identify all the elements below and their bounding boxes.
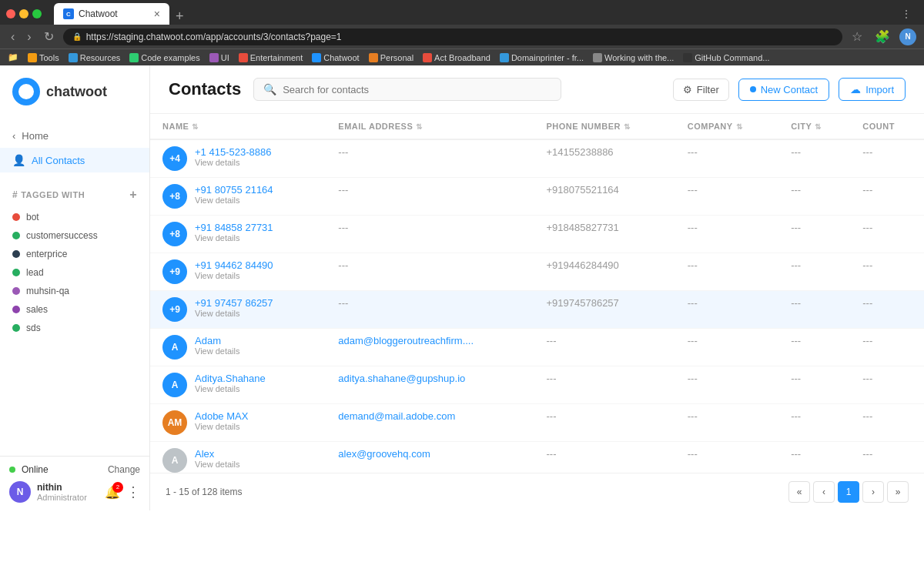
- contact-phone-cell: +14155238886: [534, 139, 675, 178]
- contact-email: ---: [338, 222, 348, 233]
- contact-count-cell: ---: [850, 253, 924, 291]
- section-header: # Tagged with +: [12, 188, 137, 202]
- forward-button[interactable]: ›: [24, 28, 34, 45]
- tag-item-muhsin-qa[interactable]: muhsin-qa: [0, 282, 149, 300]
- contact-city-cell: ---: [778, 329, 850, 366]
- bookmark-personal[interactable]: Personal: [369, 53, 413, 62]
- contact-city-cell: ---: [778, 139, 850, 178]
- bookmark-working[interactable]: Working with the...: [593, 53, 674, 62]
- view-details-link[interactable]: View details: [195, 346, 240, 356]
- sidebar-item-all-contacts[interactable]: 👤 All Contacts: [0, 148, 149, 172]
- contact-name[interactable]: Adobe MAX: [195, 410, 248, 422]
- first-page-btn[interactable]: «: [788, 481, 810, 503]
- page-controls: « ‹ 1 › »: [788, 481, 909, 503]
- contact-company: ---: [688, 335, 698, 346]
- sort-icon[interactable]: ⇅: [624, 122, 631, 131]
- next-page-btn[interactable]: ›: [862, 481, 884, 503]
- contact-name[interactable]: Alex: [195, 448, 240, 460]
- sort-icon[interactable]: ⇅: [815, 122, 822, 131]
- bookmark-chatwoot[interactable]: Chatwoot: [312, 53, 359, 62]
- contact-email[interactable]: alex@groovehq.com: [338, 448, 430, 460]
- contact-name[interactable]: +91 94462 84490: [195, 259, 273, 271]
- profile-btn[interactable]: N: [899, 28, 916, 45]
- minimize-dot[interactable]: [19, 9, 28, 18]
- sort-icon[interactable]: ⇅: [736, 122, 743, 131]
- view-details-link[interactable]: View details: [195, 158, 271, 167]
- contact-company-cell: ---: [675, 404, 778, 442]
- table-row: +8 +91 80755 21164 View details --- +918…: [150, 178, 924, 216]
- more-options-btn[interactable]: ⋮: [126, 483, 140, 500]
- contact-email[interactable]: adam@bloggeroutreachfirm....: [338, 335, 474, 346]
- bookmark-btn[interactable]: ☆: [849, 28, 865, 45]
- new-contact-button[interactable]: New Contact: [738, 79, 829, 101]
- tab-close-btn[interactable]: ×: [154, 8, 160, 20]
- extensions-btn[interactable]: 🧩: [872, 28, 893, 45]
- bookmark-entertainment[interactable]: Entertainment: [239, 53, 303, 62]
- bookmark-github[interactable]: GitHub Command...: [683, 53, 769, 62]
- tag-item-sales[interactable]: sales: [0, 300, 149, 319]
- view-details-link[interactable]: View details: [195, 384, 266, 393]
- close-dot[interactable]: [6, 9, 15, 18]
- new-tab-btn[interactable]: +: [169, 8, 190, 25]
- contact-name[interactable]: +1 415-523-8886: [195, 146, 271, 158]
- tag-item-customersuccess[interactable]: customersuccess: [0, 226, 149, 245]
- view-details-link[interactable]: View details: [195, 460, 240, 469]
- add-tag-btn[interactable]: +: [129, 188, 137, 202]
- notification-badge[interactable]: 🔔 2: [105, 485, 120, 500]
- url-box[interactable]: 🔒 https://staging.chatwoot.com/app/accou…: [63, 28, 842, 45]
- contact-name[interactable]: Adam: [195, 335, 240, 346]
- contact-name[interactable]: +91 84858 27731: [195, 222, 273, 233]
- tag-item-enterprice[interactable]: enterprice: [0, 245, 149, 263]
- contact-email[interactable]: demand@mail.adobe.com: [338, 410, 455, 422]
- contact-name[interactable]: +91 80755 21164: [195, 184, 273, 196]
- bookmark-code[interactable]: Code examples: [129, 53, 199, 62]
- current-page-btn[interactable]: 1: [838, 481, 859, 503]
- tag-item-bot[interactable]: bot: [0, 208, 149, 226]
- view-details-link[interactable]: View details: [195, 309, 273, 318]
- last-page-btn[interactable]: »: [887, 481, 909, 503]
- contact-email[interactable]: aditya.shahane@gupshup.io: [338, 373, 465, 384]
- back-button[interactable]: ‹: [8, 28, 18, 45]
- contact-phone-cell: +918485827731: [534, 216, 675, 253]
- table-container: NAME ⇅ EMAIL ADDRESS ⇅ P: [150, 114, 924, 473]
- bookmark-label: Tools: [39, 53, 59, 62]
- bookmark-ui[interactable]: UI: [209, 53, 229, 62]
- maximize-dot[interactable]: [32, 9, 42, 18]
- browser-menu[interactable]: ⋮: [901, 8, 912, 20]
- sidebar-item-home[interactable]: ‹ Home: [0, 124, 149, 148]
- tag-dot: [12, 287, 20, 295]
- contact-count: ---: [862, 297, 872, 309]
- bookmark-tools[interactable]: Tools: [28, 53, 59, 62]
- view-details-link[interactable]: View details: [195, 422, 248, 431]
- contact-phone: +14155238886: [546, 146, 613, 158]
- reload-button[interactable]: ↻: [41, 28, 57, 45]
- contact-name[interactable]: Aditya.Shahane: [195, 373, 266, 384]
- search-box[interactable]: 🔍: [253, 78, 561, 101]
- sort-icon[interactable]: ⇅: [192, 122, 199, 131]
- contact-name[interactable]: +91 97457 86257: [195, 297, 273, 309]
- contact-company-cell: ---: [675, 329, 778, 366]
- tag-item-sds[interactable]: sds: [0, 319, 149, 337]
- view-details-link[interactable]: View details: [195, 196, 273, 205]
- logo-inner: [18, 84, 34, 99]
- user-avatar: N: [9, 481, 31, 503]
- contact-phone: +919446284490: [546, 259, 618, 271]
- browser-tab[interactable]: C Chatwoot ×: [54, 3, 169, 25]
- tag-item-lead[interactable]: lead: [0, 263, 149, 282]
- contact-company-cell: ---: [675, 216, 778, 253]
- import-button[interactable]: ☁ Import: [839, 78, 906, 101]
- contact-city-cell: ---: [778, 366, 850, 404]
- filter-button[interactable]: ⚙ Filter: [673, 79, 729, 101]
- view-details-link[interactable]: View details: [195, 271, 273, 280]
- bookmark-resources[interactable]: Resources: [69, 53, 121, 62]
- status-change-btn[interactable]: Change: [108, 464, 140, 475]
- search-input[interactable]: [283, 84, 551, 95]
- contact-email-cell: aditya.shahane@gupshup.io: [326, 366, 534, 404]
- prev-page-btn[interactable]: ‹: [813, 481, 835, 503]
- hash-icon: #: [12, 189, 18, 200]
- view-details-link[interactable]: View details: [195, 233, 273, 243]
- bookmark-domainprinter[interactable]: Domainprinter - fr...: [500, 53, 584, 62]
- sort-icon[interactable]: ⇅: [416, 122, 423, 131]
- contact-city: ---: [791, 297, 801, 309]
- bookmark-act[interactable]: Act Broadband: [423, 53, 490, 62]
